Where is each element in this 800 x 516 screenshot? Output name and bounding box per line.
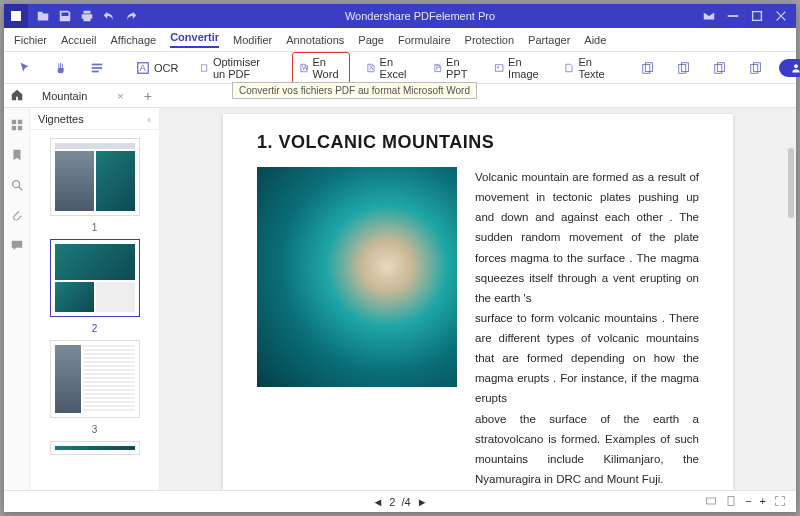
to-word-button[interactable]: WEn Word — [292, 52, 350, 84]
optimize-button[interactable]: Optimiser un PDF — [194, 53, 271, 83]
scrollbar-thumb[interactable] — [788, 148, 794, 218]
thumb-label-2: 2 — [92, 323, 98, 334]
workspace: Vignettes ‹ 1 2 3 1. VOLC — [4, 108, 796, 490]
thumbnail-page-3[interactable] — [50, 340, 140, 418]
page-heading: 1. VOLCANIC MOUNTAINS — [257, 132, 699, 153]
tab-close-icon[interactable]: × — [117, 90, 123, 102]
to-text-button[interactable]: En Texte — [558, 53, 614, 83]
select-tool[interactable] — [84, 58, 110, 78]
maximize-icon[interactable] — [750, 9, 764, 23]
document-view[interactable]: 1. VOLCANIC MOUNTAINS Volcanic mountain … — [160, 108, 796, 490]
tooltip: Convertir vos fichiers PDF au format Mic… — [232, 82, 477, 99]
svg-rect-29 — [728, 496, 734, 505]
redo-icon[interactable] — [124, 9, 138, 23]
svg-rect-2 — [753, 12, 762, 21]
title-bar: Wondershare PDFelement Pro — [4, 4, 796, 28]
open-icon[interactable] — [36, 9, 50, 23]
menu-protection[interactable]: Protection — [465, 34, 515, 46]
svg-point-27 — [12, 181, 19, 188]
svg-point-22 — [794, 64, 798, 68]
thumbnails-panel: Vignettes ‹ 1 2 3 — [30, 108, 160, 490]
zoom-out-icon[interactable]: − — [745, 495, 751, 509]
menu-fichier[interactable]: Fichier — [14, 34, 47, 46]
comment-icon[interactable] — [10, 238, 24, 254]
thumbnails-icon[interactable] — [10, 118, 24, 134]
hand-tool[interactable] — [48, 58, 74, 78]
search-icon[interactable] — [10, 178, 24, 194]
svg-rect-4 — [92, 67, 103, 69]
user-pill[interactable]: Shelley — [779, 59, 800, 77]
quick-access — [28, 9, 146, 23]
close-icon[interactable] — [774, 9, 788, 23]
panel-close-icon[interactable]: ‹ — [147, 113, 151, 125]
batch-3-button[interactable] — [707, 58, 733, 78]
ocr-button[interactable]: AOCR — [130, 58, 184, 78]
window-controls — [694, 9, 796, 23]
paragraph-3: above the surface of the earth a stratov… — [475, 409, 699, 490]
thumbnails-list: 1 2 3 — [30, 130, 159, 490]
paragraph-2: surface to form volcanic mountains . The… — [475, 308, 699, 409]
thumb-label-3: 3 — [92, 424, 98, 435]
menu-accueil[interactable]: Accueil — [61, 34, 96, 46]
menu-page[interactable]: Page — [358, 34, 384, 46]
tab-mountain[interactable]: Mountain× — [36, 90, 130, 102]
page-current: 2 — [389, 496, 395, 508]
svg-rect-0 — [11, 11, 21, 21]
svg-rect-28 — [707, 498, 716, 504]
undo-icon[interactable] — [102, 9, 116, 23]
thumbnail-page-4[interactable] — [50, 441, 140, 455]
fit-width-icon[interactable] — [705, 495, 717, 509]
svg-rect-3 — [92, 63, 103, 65]
window-title: Wondershare PDFelement Pro — [146, 10, 694, 22]
paragraph-1: Volcanic mountain are formed as a result… — [475, 167, 699, 308]
toolbar: AOCR Optimiser un PDF WEn Word XEn Excel… — [4, 52, 796, 84]
bookmark-icon[interactable] — [10, 148, 24, 164]
menu-affichage[interactable]: Affichage — [110, 34, 156, 46]
batch-2-button[interactable] — [671, 58, 697, 78]
tab-add-icon[interactable]: + — [138, 88, 158, 104]
app-logo — [4, 4, 28, 28]
minimize-icon[interactable] — [726, 9, 740, 23]
svg-rect-1 — [728, 15, 739, 17]
svg-rect-23 — [11, 120, 15, 124]
svg-rect-26 — [17, 126, 21, 130]
thumbnail-page-2[interactable] — [50, 239, 140, 317]
thumbnails-header: Vignettes ‹ — [30, 108, 159, 130]
fit-page-icon[interactable] — [725, 495, 737, 509]
batch-1-button[interactable] — [635, 58, 661, 78]
batch-4-button[interactable] — [743, 58, 769, 78]
svg-text:W: W — [302, 63, 309, 70]
to-image-button[interactable]: En Image — [488, 53, 549, 83]
page-image — [257, 167, 457, 387]
mail-icon[interactable] — [702, 9, 716, 23]
svg-point-13 — [497, 66, 499, 68]
thumbnail-page-1[interactable] — [50, 138, 140, 216]
svg-text:A: A — [140, 61, 147, 72]
menu-partager[interactable]: Partager — [528, 34, 570, 46]
page-total: /4 — [401, 496, 410, 508]
save-icon[interactable] — [58, 9, 72, 23]
to-ppt-button[interactable]: PEn PPT — [427, 53, 478, 83]
menu-modifier[interactable]: Modifier — [233, 34, 272, 46]
menu-formulaire[interactable]: Formulaire — [398, 34, 451, 46]
menu-convertir[interactable]: Convertir — [170, 31, 219, 48]
next-page-icon[interactable]: ► — [417, 496, 428, 508]
zoom-in-icon[interactable]: + — [760, 495, 766, 509]
print-icon[interactable] — [80, 9, 94, 23]
status-bar: ◄ 2 /4 ► − + — [4, 490, 796, 512]
menu-annotations[interactable]: Annotations — [286, 34, 344, 46]
menu-aide[interactable]: Aide — [584, 34, 606, 46]
svg-rect-12 — [495, 64, 503, 70]
svg-text:P: P — [435, 63, 440, 70]
to-excel-button[interactable]: XEn Excel — [360, 53, 417, 83]
attachment-icon[interactable] — [10, 208, 24, 224]
fullscreen-icon[interactable] — [774, 495, 786, 509]
svg-rect-24 — [17, 120, 21, 124]
prev-page-icon[interactable]: ◄ — [372, 496, 383, 508]
pointer-tool[interactable] — [12, 58, 38, 78]
page-content: 1. VOLCANIC MOUNTAINS Volcanic mountain … — [223, 114, 733, 490]
home-icon[interactable] — [10, 88, 28, 104]
thumb-label-1: 1 — [92, 222, 98, 233]
svg-rect-25 — [11, 126, 15, 130]
svg-rect-8 — [202, 64, 207, 70]
